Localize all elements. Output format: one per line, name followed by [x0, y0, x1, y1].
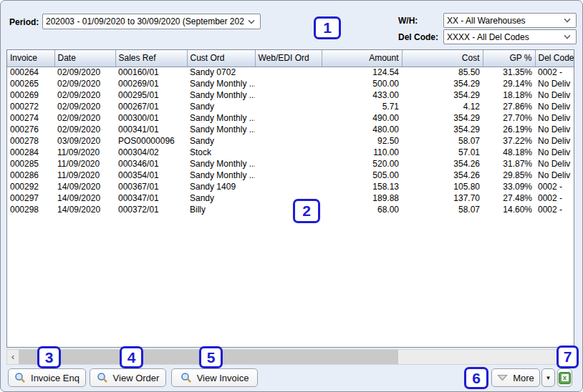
cell-date: 14/09/2020 [54, 204, 115, 215]
column-header-date[interactable]: Date [54, 50, 115, 67]
period-select[interactable]: 202003 - 01/09/2020 to 30/09/2020 (Septe… [42, 14, 261, 29]
table-row[interactable]: 00029714/09/2020000347/01Sandy189.88137.… [7, 192, 574, 204]
cell-sales-ref: 000304/02 [115, 147, 187, 158]
table-row[interactable]: 00028611/09/2020000354/01Sandy Monthly .… [7, 170, 574, 181]
cell-del-code: No Deliv [535, 135, 574, 147]
cell-del-code: No Deliv [535, 170, 574, 181]
warehouse-select[interactable]: XX - All Warehouses [443, 13, 577, 28]
cell-del-code: No Deliv [535, 147, 574, 158]
table-row[interactable]: 00027602/09/2020000341/01Sandy Monthly .… [7, 124, 574, 135]
cell-web-edi-ord [255, 158, 322, 170]
column-header-gp-[interactable]: GP % [483, 50, 535, 67]
invoice-enq-button[interactable]: Invoice Enq [8, 368, 86, 387]
search-icon [14, 372, 26, 383]
table-row[interactable]: 00027402/09/2020000300/01Sandy Monthly .… [7, 112, 574, 124]
cell-cost: 354.29 [402, 78, 483, 89]
export-excel-button[interactable]: x [557, 368, 572, 387]
horizontal-scrollbar[interactable]: ‹ [6, 349, 574, 365]
more-label: More [513, 373, 534, 383]
cell-sales-ref: 000269/01 [115, 78, 187, 89]
cell-del-code: No Deliv [535, 78, 574, 89]
cell-gp-: 29.85% [483, 170, 535, 181]
invoice-list-panel: Period: 202003 - 01/09/2020 to 30/09/202… [0, 0, 583, 392]
cell-cust-ord: Sandy 1409 [187, 181, 255, 192]
cell-del-code: 0002 - [535, 181, 574, 192]
table-row[interactable]: 00026502/09/2020000269/01Sandy Monthly .… [7, 78, 574, 89]
column-header-del-code[interactable]: Del Code [535, 50, 574, 67]
del-code-select[interactable]: XXXX - All Del Codes [443, 29, 577, 44]
cell-web-edi-ord [255, 101, 322, 112]
column-header-cost[interactable]: Cost [402, 50, 483, 67]
cell-gp-: 31.87% [483, 158, 535, 170]
more-dropdown-button[interactable]: ▼ [541, 368, 555, 387]
del-code-label: Del Code: [398, 32, 438, 42]
cell-gp-: 37.22% [483, 135, 535, 147]
cell-del-code: No Deliv [535, 158, 574, 170]
search-icon [180, 372, 192, 383]
cell-cust-ord: Sandy [187, 101, 255, 112]
cell-cost: 58.07 [402, 135, 483, 147]
period-label: Period: [9, 17, 39, 27]
cell-web-edi-ord [255, 170, 322, 181]
scroll-left-button[interactable]: ‹ [7, 350, 19, 364]
warehouse-label: W/H: [398, 16, 418, 26]
period-value: 202003 - 01/09/2020 to 30/09/2020 (Septe… [43, 16, 247, 26]
cell-sales-ref: 000160/01 [115, 67, 187, 78]
table-row[interactable]: 00028511/09/2020000346/01Sandy Monthly .… [7, 158, 574, 170]
cell-amount: 500.00 [322, 78, 402, 89]
del-code-value: XXXX - All Del Codes [444, 32, 563, 42]
column-header-web-edi-ord[interactable]: Web/EDI Ord [255, 50, 322, 67]
chevron-down-icon [564, 32, 570, 39]
table-row[interactable]: 00026902/09/2020000295/01Sandy Monthly .… [7, 89, 574, 101]
cell-amount: 490.00 [322, 112, 402, 124]
cell-web-edi-ord [255, 181, 322, 192]
table-row[interactable]: 00028411/09/2020000304/02Stock110.0057.0… [7, 147, 574, 158]
cell-gp-: 14.60% [483, 204, 535, 215]
annotation-badge-2: 2 [293, 199, 320, 223]
table-row[interactable]: 00027202/09/2020000267/01Sandy5.714.1227… [7, 101, 574, 112]
search-icon [97, 372, 108, 383]
cell-sales-ref: POS00000096 [115, 135, 187, 147]
cell-gp-: 27.48% [483, 192, 535, 204]
table-row[interactable]: 00027803/09/2020POS00000096Sandy92.5058.… [7, 135, 574, 147]
cell-sales-ref: 000295/01 [115, 89, 187, 101]
cell-invoice: 000265 [7, 78, 54, 89]
column-header-amount[interactable]: Amount [322, 50, 402, 67]
cell-cost: 58.07 [402, 204, 483, 215]
column-header-sales-ref[interactable]: Sales Ref [115, 50, 187, 67]
cell-sales-ref: 000267/01 [115, 101, 187, 112]
more-button[interactable]: More [491, 368, 540, 387]
annotation-badge-3: 3 [37, 346, 61, 368]
chevron-down-icon [248, 17, 254, 24]
column-header-cust-ord[interactable]: Cust Ord [187, 50, 255, 67]
annotation-badge-5: 5 [199, 346, 223, 368]
cell-cost: 57.01 [402, 147, 483, 158]
table-body: 00026402/09/2020000160/01Sandy 0702124.5… [7, 67, 574, 215]
cell-web-edi-ord [255, 78, 322, 89]
table-row[interactable]: 00029814/09/2020000372/01Billy68.0058.07… [7, 204, 574, 215]
table-row[interactable]: 00026402/09/2020000160/01Sandy 0702124.5… [7, 67, 574, 78]
view-invoice-button[interactable]: View Invoice [171, 368, 258, 387]
cell-invoice: 000284 [7, 147, 54, 158]
cell-amount: 433.00 [322, 89, 402, 101]
cell-web-edi-ord [255, 67, 322, 78]
cell-amount: 110.00 [322, 147, 402, 158]
cell-date: 14/09/2020 [54, 181, 115, 192]
cell-amount: 520.00 [322, 158, 402, 170]
cell-web-edi-ord [255, 124, 322, 135]
cell-del-code: No Deliv [535, 124, 574, 135]
scrollbar-track[interactable] [19, 350, 574, 364]
cell-del-code: 0002 - [535, 204, 574, 215]
cell-invoice: 000292 [7, 181, 54, 192]
cell-web-edi-ord [255, 135, 322, 147]
cell-cust-ord: Sandy [187, 192, 255, 204]
cell-cust-ord: Sandy Monthly ... [187, 78, 255, 89]
cell-amount: 505.00 [322, 170, 402, 181]
column-header-invoice[interactable]: Invoice [7, 50, 54, 67]
table-row[interactable]: 00029214/09/2020000367/01Sandy 1409158.1… [7, 181, 574, 192]
cell-date: 02/09/2020 [54, 112, 115, 124]
cell-cust-ord: Sandy Monthly ... [187, 112, 255, 124]
cell-cost: 4.12 [402, 101, 483, 112]
view-order-button[interactable]: View Order [90, 368, 166, 387]
cell-date: 02/09/2020 [54, 67, 115, 78]
